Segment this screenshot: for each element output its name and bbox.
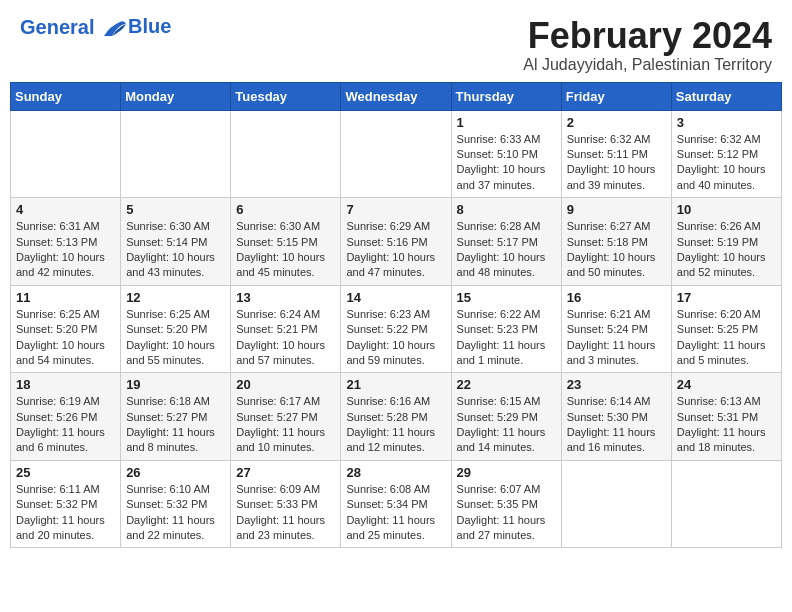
day-info: Sunrise: 6:18 AM Sunset: 5:27 PM Dayligh… xyxy=(126,394,225,456)
day-cell xyxy=(341,110,451,198)
day-number: 28 xyxy=(346,465,445,480)
day-cell: 19Sunrise: 6:18 AM Sunset: 5:27 PM Dayli… xyxy=(121,373,231,461)
day-number: 29 xyxy=(457,465,556,480)
day-cell: 4Sunrise: 6:31 AM Sunset: 5:13 PM Daylig… xyxy=(11,198,121,286)
day-cell: 7Sunrise: 6:29 AM Sunset: 5:16 PM Daylig… xyxy=(341,198,451,286)
header-cell-monday: Monday xyxy=(121,82,231,110)
day-info: Sunrise: 6:25 AM Sunset: 5:20 PM Dayligh… xyxy=(126,307,225,369)
day-info: Sunrise: 6:32 AM Sunset: 5:12 PM Dayligh… xyxy=(677,132,776,194)
day-number: 16 xyxy=(567,290,666,305)
day-cell: 28Sunrise: 6:08 AM Sunset: 5:34 PM Dayli… xyxy=(341,460,451,548)
day-cell: 25Sunrise: 6:11 AM Sunset: 5:32 PM Dayli… xyxy=(11,460,121,548)
day-number: 20 xyxy=(236,377,335,392)
logo-text: General Blue xyxy=(20,16,171,40)
day-cell: 21Sunrise: 6:16 AM Sunset: 5:28 PM Dayli… xyxy=(341,373,451,461)
day-cell: 6Sunrise: 6:30 AM Sunset: 5:15 PM Daylig… xyxy=(231,198,341,286)
day-cell: 3Sunrise: 6:32 AM Sunset: 5:12 PM Daylig… xyxy=(671,110,781,198)
header-cell-tuesday: Tuesday xyxy=(231,82,341,110)
day-info: Sunrise: 6:23 AM Sunset: 5:22 PM Dayligh… xyxy=(346,307,445,369)
day-cell: 11Sunrise: 6:25 AM Sunset: 5:20 PM Dayli… xyxy=(11,285,121,373)
week-row-4: 25Sunrise: 6:11 AM Sunset: 5:32 PM Dayli… xyxy=(11,460,782,548)
day-cell xyxy=(671,460,781,548)
day-info: Sunrise: 6:07 AM Sunset: 5:35 PM Dayligh… xyxy=(457,482,556,544)
logo-blue: Blue xyxy=(128,15,171,38)
day-info: Sunrise: 6:28 AM Sunset: 5:17 PM Dayligh… xyxy=(457,219,556,281)
day-cell: 23Sunrise: 6:14 AM Sunset: 5:30 PM Dayli… xyxy=(561,373,671,461)
day-number: 24 xyxy=(677,377,776,392)
day-number: 25 xyxy=(16,465,115,480)
day-info: Sunrise: 6:26 AM Sunset: 5:19 PM Dayligh… xyxy=(677,219,776,281)
page-header: General Blue February 2024 Al Judayyidah… xyxy=(0,0,792,82)
day-info: Sunrise: 6:10 AM Sunset: 5:32 PM Dayligh… xyxy=(126,482,225,544)
day-info: Sunrise: 6:21 AM Sunset: 5:24 PM Dayligh… xyxy=(567,307,666,369)
day-number: 22 xyxy=(457,377,556,392)
day-number: 19 xyxy=(126,377,225,392)
day-info: Sunrise: 6:32 AM Sunset: 5:11 PM Dayligh… xyxy=(567,132,666,194)
page-title: February 2024 xyxy=(523,16,772,56)
day-cell: 18Sunrise: 6:19 AM Sunset: 5:26 PM Dayli… xyxy=(11,373,121,461)
day-cell xyxy=(121,110,231,198)
title-block: February 2024 Al Judayyidah, Palestinian… xyxy=(523,16,772,74)
day-info: Sunrise: 6:17 AM Sunset: 5:27 PM Dayligh… xyxy=(236,394,335,456)
header-cell-friday: Friday xyxy=(561,82,671,110)
day-number: 23 xyxy=(567,377,666,392)
logo-general: General xyxy=(20,16,94,38)
day-cell: 26Sunrise: 6:10 AM Sunset: 5:32 PM Dayli… xyxy=(121,460,231,548)
logo-bird-icon xyxy=(102,18,128,40)
day-cell xyxy=(231,110,341,198)
day-number: 17 xyxy=(677,290,776,305)
day-info: Sunrise: 6:08 AM Sunset: 5:34 PM Dayligh… xyxy=(346,482,445,544)
calendar-header: SundayMondayTuesdayWednesdayThursdayFrid… xyxy=(11,82,782,110)
day-cell: 10Sunrise: 6:26 AM Sunset: 5:19 PM Dayli… xyxy=(671,198,781,286)
day-number: 12 xyxy=(126,290,225,305)
logo: General Blue xyxy=(20,16,171,40)
day-info: Sunrise: 6:15 AM Sunset: 5:29 PM Dayligh… xyxy=(457,394,556,456)
day-cell: 1Sunrise: 6:33 AM Sunset: 5:10 PM Daylig… xyxy=(451,110,561,198)
week-row-2: 11Sunrise: 6:25 AM Sunset: 5:20 PM Dayli… xyxy=(11,285,782,373)
day-cell: 12Sunrise: 6:25 AM Sunset: 5:20 PM Dayli… xyxy=(121,285,231,373)
week-row-3: 18Sunrise: 6:19 AM Sunset: 5:26 PM Dayli… xyxy=(11,373,782,461)
day-info: Sunrise: 6:11 AM Sunset: 5:32 PM Dayligh… xyxy=(16,482,115,544)
day-info: Sunrise: 6:27 AM Sunset: 5:18 PM Dayligh… xyxy=(567,219,666,281)
day-cell: 14Sunrise: 6:23 AM Sunset: 5:22 PM Dayli… xyxy=(341,285,451,373)
day-number: 3 xyxy=(677,115,776,130)
day-number: 26 xyxy=(126,465,225,480)
calendar-wrapper: SundayMondayTuesdayWednesdayThursdayFrid… xyxy=(0,82,792,559)
header-cell-thursday: Thursday xyxy=(451,82,561,110)
day-cell xyxy=(561,460,671,548)
day-info: Sunrise: 6:19 AM Sunset: 5:26 PM Dayligh… xyxy=(16,394,115,456)
header-row: SundayMondayTuesdayWednesdayThursdayFrid… xyxy=(11,82,782,110)
day-number: 1 xyxy=(457,115,556,130)
day-number: 6 xyxy=(236,202,335,217)
day-cell: 16Sunrise: 6:21 AM Sunset: 5:24 PM Dayli… xyxy=(561,285,671,373)
day-number: 13 xyxy=(236,290,335,305)
day-info: Sunrise: 6:31 AM Sunset: 5:13 PM Dayligh… xyxy=(16,219,115,281)
day-number: 21 xyxy=(346,377,445,392)
header-cell-sunday: Sunday xyxy=(11,82,121,110)
day-cell: 27Sunrise: 6:09 AM Sunset: 5:33 PM Dayli… xyxy=(231,460,341,548)
page-subtitle: Al Judayyidah, Palestinian Territory xyxy=(523,56,772,74)
calendar-body: 1Sunrise: 6:33 AM Sunset: 5:10 PM Daylig… xyxy=(11,110,782,548)
week-row-1: 4Sunrise: 6:31 AM Sunset: 5:13 PM Daylig… xyxy=(11,198,782,286)
header-cell-wednesday: Wednesday xyxy=(341,82,451,110)
day-info: Sunrise: 6:30 AM Sunset: 5:15 PM Dayligh… xyxy=(236,219,335,281)
day-info: Sunrise: 6:14 AM Sunset: 5:30 PM Dayligh… xyxy=(567,394,666,456)
day-info: Sunrise: 6:25 AM Sunset: 5:20 PM Dayligh… xyxy=(16,307,115,369)
day-cell xyxy=(11,110,121,198)
day-cell: 20Sunrise: 6:17 AM Sunset: 5:27 PM Dayli… xyxy=(231,373,341,461)
day-info: Sunrise: 6:09 AM Sunset: 5:33 PM Dayligh… xyxy=(236,482,335,544)
day-cell: 8Sunrise: 6:28 AM Sunset: 5:17 PM Daylig… xyxy=(451,198,561,286)
day-number: 15 xyxy=(457,290,556,305)
day-number: 11 xyxy=(16,290,115,305)
calendar-table: SundayMondayTuesdayWednesdayThursdayFrid… xyxy=(10,82,782,549)
day-info: Sunrise: 6:16 AM Sunset: 5:28 PM Dayligh… xyxy=(346,394,445,456)
day-info: Sunrise: 6:20 AM Sunset: 5:25 PM Dayligh… xyxy=(677,307,776,369)
day-info: Sunrise: 6:13 AM Sunset: 5:31 PM Dayligh… xyxy=(677,394,776,456)
day-info: Sunrise: 6:30 AM Sunset: 5:14 PM Dayligh… xyxy=(126,219,225,281)
day-cell: 17Sunrise: 6:20 AM Sunset: 5:25 PM Dayli… xyxy=(671,285,781,373)
day-number: 9 xyxy=(567,202,666,217)
day-cell: 22Sunrise: 6:15 AM Sunset: 5:29 PM Dayli… xyxy=(451,373,561,461)
day-info: Sunrise: 6:29 AM Sunset: 5:16 PM Dayligh… xyxy=(346,219,445,281)
day-cell: 9Sunrise: 6:27 AM Sunset: 5:18 PM Daylig… xyxy=(561,198,671,286)
day-number: 18 xyxy=(16,377,115,392)
